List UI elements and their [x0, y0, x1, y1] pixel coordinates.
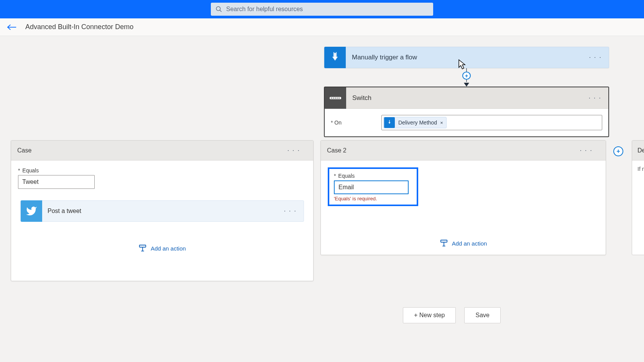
svg-rect-7 — [337, 98, 338, 98]
insert-step-button[interactable]: + — [462, 72, 471, 80]
case1-header: Case · · · — [11, 141, 313, 161]
token-remove-icon[interactable]: × — [440, 120, 443, 126]
case1-menu-icon[interactable]: · · · — [287, 147, 307, 154]
case1-add-action-button[interactable]: Add an action — [18, 244, 306, 252]
flow-token-icon — [384, 117, 395, 128]
post-tweet-action-card[interactable]: Post a tweet · · · — [20, 200, 304, 222]
case-card-2[interactable]: Case 2 · · · * Equals 'Equals' is requir… — [320, 140, 606, 255]
top-bar: Search for helpful resources — [0, 0, 644, 18]
svg-rect-5 — [333, 98, 334, 98]
twitter-icon — [21, 200, 42, 222]
manual-trigger-icon — [324, 47, 346, 68]
case-card-1[interactable]: Case · · · * Equals Post a tweet · · · A… — [11, 140, 314, 281]
case2-error-text: 'Equals' is required. — [334, 196, 412, 201]
svg-rect-8 — [338, 98, 340, 98]
svg-point-0 — [216, 7, 220, 11]
case2-equals-highlight: * Equals 'Equals' is required. — [328, 167, 418, 206]
breadcrumb-row: Advanced Built-In Connector Demo — [0, 18, 644, 36]
case1-equals-input[interactable] — [18, 175, 95, 189]
svg-line-1 — [220, 10, 222, 12]
case2-equals-input[interactable] — [334, 180, 409, 194]
svg-rect-12 — [440, 240, 447, 242]
case2-add-action-label: Add an action — [452, 240, 487, 247]
arrow-down-icon — [464, 83, 469, 87]
connector-arrow: + — [465, 68, 468, 87]
action-title: Post a tweet — [42, 208, 284, 215]
switch-header: Switch · · · — [325, 87, 608, 109]
switch-body: * On Delivery Method × — [325, 109, 608, 136]
case2-add-action-button[interactable]: Add an action — [328, 239, 599, 247]
default-case-card[interactable]: Default If no — [632, 140, 644, 255]
case2-equals-label: * Equals — [334, 173, 412, 179]
add-case-button[interactable]: + — [613, 146, 623, 156]
token-text: Delivery Method — [398, 120, 437, 126]
page-title: Advanced Built-In Connector Demo — [25, 23, 133, 31]
switch-title: Switch — [346, 94, 588, 102]
back-arrow-icon[interactable] — [7, 23, 17, 31]
case1-title: Case — [17, 147, 31, 154]
dynamic-token-delivery-method[interactable]: Delivery Method × — [383, 117, 447, 128]
switch-card[interactable]: Switch · · · * On Delivery Method × — [324, 87, 609, 137]
action-menu-icon[interactable]: · · · — [284, 207, 304, 215]
new-step-button[interactable]: + New step — [403, 307, 456, 323]
trigger-card[interactable]: Manually trigger a flow · · · — [324, 47, 609, 68]
case1-equals-label: * Equals — [18, 167, 306, 174]
add-action-icon — [138, 244, 147, 252]
bottom-button-row: + New step Save — [403, 307, 501, 323]
switch-on-label: * On — [331, 120, 377, 126]
trigger-title: Manually trigger a flow — [346, 54, 589, 61]
case1-add-action-label: Add an action — [151, 245, 186, 252]
search-placeholder: Search for helpful resources — [226, 6, 303, 13]
default-title: Default — [632, 141, 644, 161]
switch-menu-icon[interactable]: · · · — [588, 94, 608, 102]
case2-header: Case 2 · · · — [321, 141, 606, 161]
svg-rect-6 — [335, 98, 336, 98]
case2-menu-icon[interactable]: · · · — [580, 147, 600, 154]
trigger-menu-icon[interactable]: · · · — [589, 54, 609, 61]
flow-canvas: Manually trigger a flow · · · + Switch ·… — [0, 36, 644, 362]
default-body-text: If no — [632, 161, 644, 177]
search-icon — [215, 6, 222, 13]
switch-icon — [325, 87, 346, 109]
svg-rect-4 — [331, 98, 332, 98]
switch-on-input[interactable]: Delivery Method × — [381, 115, 602, 130]
svg-rect-9 — [140, 245, 146, 247]
save-button[interactable]: Save — [464, 307, 500, 323]
search-box[interactable]: Search for helpful resources — [211, 3, 433, 16]
add-action-icon — [440, 239, 448, 247]
case2-title: Case 2 — [327, 147, 347, 154]
